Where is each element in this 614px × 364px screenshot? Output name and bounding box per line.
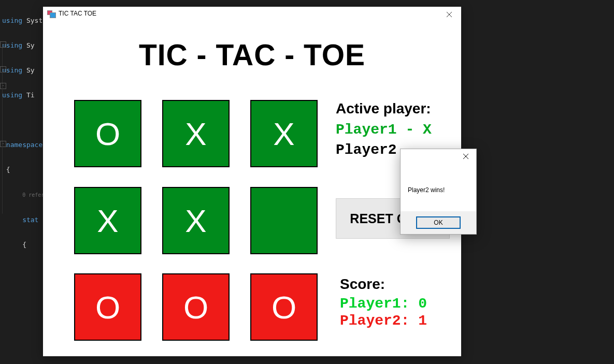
cell-1-1[interactable]: X bbox=[162, 187, 230, 254]
score-player2: Player2: 1 bbox=[340, 313, 427, 329]
fold-guide-line bbox=[2, 48, 3, 213]
titlebar[interactable]: TIC TAC TOE bbox=[43, 7, 461, 22]
game-window: TIC TAC TOE TIC - TAC - TOE O X X X X O … bbox=[43, 7, 461, 356]
fold-toggle-icon[interactable]: - bbox=[0, 83, 6, 89]
player1-indicator: Player1 - X bbox=[336, 122, 460, 138]
code-text: Sy bbox=[22, 66, 34, 74]
close-icon bbox=[447, 12, 452, 17]
cell-1-0[interactable]: X bbox=[74, 187, 141, 254]
cell-0-2[interactable]: X bbox=[250, 100, 318, 167]
code-keyword: using bbox=[2, 17, 22, 24]
cell-mark: O bbox=[272, 289, 296, 326]
messagebox-footer: OK bbox=[401, 211, 476, 234]
score-player1: Player1: 0 bbox=[340, 296, 427, 312]
fold-toggle-icon[interactable]: - bbox=[0, 66, 6, 72]
code-keyword: stat bbox=[22, 216, 38, 224]
score-label: Score: bbox=[340, 276, 427, 293]
cell-mark: O bbox=[95, 289, 120, 326]
cell-2-1[interactable]: O bbox=[162, 273, 230, 341]
window-close-button[interactable] bbox=[437, 7, 461, 22]
messagebox-text: Player2 wins! bbox=[408, 186, 445, 194]
cell-1-2[interactable] bbox=[250, 187, 318, 254]
window-title: TIC TAC TOE bbox=[59, 10, 96, 17]
cell-0-1[interactable]: X bbox=[162, 100, 230, 167]
messagebox-close-button[interactable] bbox=[455, 149, 476, 164]
ok-button[interactable]: OK bbox=[416, 216, 461, 229]
code-text: Sy bbox=[22, 41, 34, 49]
cell-mark: X bbox=[185, 202, 206, 239]
cell-mark: X bbox=[185, 115, 206, 152]
cell-mark: X bbox=[97, 202, 118, 239]
fold-toggle-icon[interactable]: - bbox=[0, 141, 6, 147]
active-player-label: Active player: bbox=[336, 100, 460, 118]
cell-0-0[interactable]: O bbox=[74, 100, 141, 167]
app-icon bbox=[47, 10, 55, 19]
code-keyword: using bbox=[2, 91, 22, 99]
fold-toggle-icon[interactable]: - bbox=[0, 41, 6, 48]
page-title: TIC - TAC - TOE bbox=[43, 38, 461, 72]
cell-mark: X bbox=[273, 115, 294, 152]
cell-2-0[interactable]: O bbox=[74, 273, 141, 341]
cell-mark: O bbox=[95, 115, 120, 152]
close-icon bbox=[463, 154, 468, 159]
score-panel: Score: Player1: 0 Player2: 1 bbox=[340, 276, 427, 329]
message-box: Player2 wins! OK bbox=[400, 149, 477, 235]
code-keyword: namespace bbox=[6, 141, 42, 149]
cell-mark: O bbox=[183, 289, 208, 326]
code-text: Ti bbox=[22, 91, 34, 99]
cell-2-2[interactable]: O bbox=[250, 273, 318, 341]
